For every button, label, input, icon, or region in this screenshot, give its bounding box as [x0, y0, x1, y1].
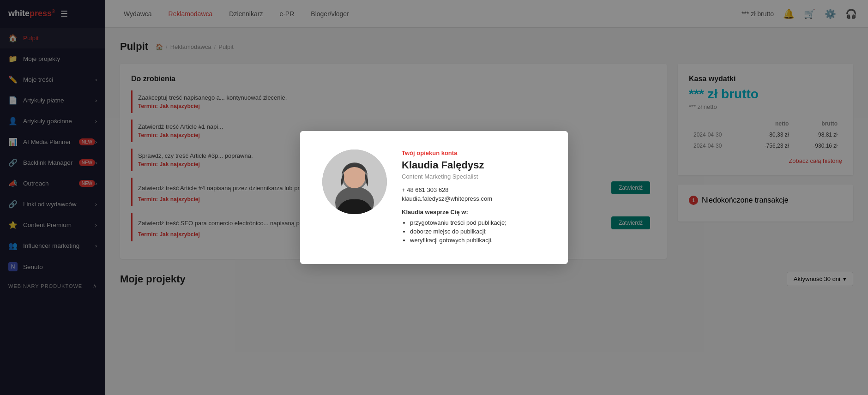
- modal-overlay[interactable]: Twój opiekun konta Klaudia Falędysz Cont…: [0, 0, 868, 395]
- help-item-1: przygotowaniu treści pod publikacje;: [410, 219, 546, 226]
- help-item-2: doborze miejsc do publikacji;: [410, 228, 546, 235]
- modal-name: Klaudia Falędysz: [402, 159, 546, 171]
- modal-avatar: [322, 150, 387, 214]
- modal-info: Twój opiekun konta Klaudia Falędysz Cont…: [402, 150, 546, 245]
- modal-help-list: przygotowaniu treści pod publikacje; dob…: [402, 219, 546, 244]
- help-item-3: weryfikacji gotowych publikacji.: [410, 237, 546, 244]
- modal-email: klaudia.faledysz@whitepress.com: [402, 195, 546, 202]
- account-manager-modal: Twój opiekun konta Klaudia Falędysz Cont…: [300, 131, 568, 264]
- modal-help-label: Klaudia wesprze Cię w:: [402, 209, 546, 215]
- modal-opiekun-label: Twój opiekun konta: [402, 150, 546, 156]
- modal-phone: + 48 661 303 628: [402, 186, 546, 193]
- modal-role: Content Marketing Specialist: [402, 173, 546, 180]
